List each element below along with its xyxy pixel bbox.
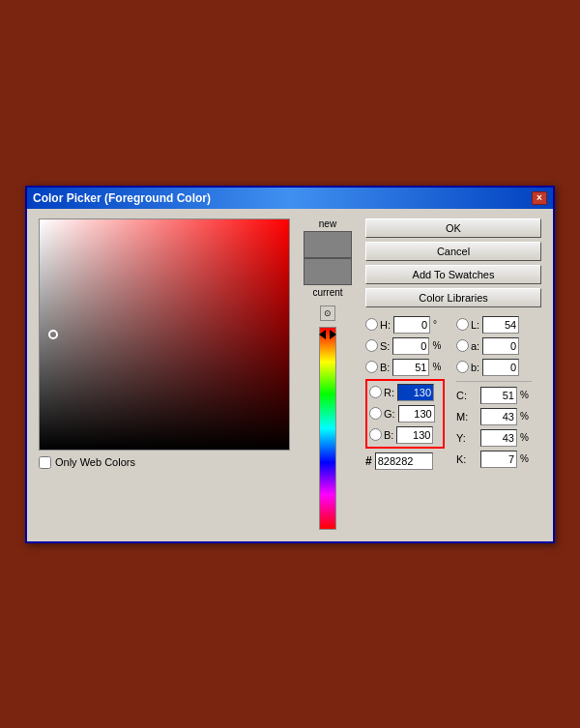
hsb-rgb-col: H: ° S: %	[365, 315, 445, 470]
b-label: B:	[380, 362, 390, 373]
h-radio[interactable]	[365, 318, 378, 331]
rgb-highlight-box: R: G:	[365, 379, 445, 449]
current-label: current	[312, 287, 342, 298]
s-radio-label: S:	[365, 339, 390, 352]
eyedropper-button[interactable]: ⊙	[320, 306, 335, 321]
h-unit: °	[433, 319, 445, 330]
l-field-row: L:	[456, 315, 532, 335]
y-label: Y:	[456, 432, 478, 444]
l-radio-label: L:	[456, 318, 479, 331]
hue-slider[interactable]	[319, 327, 336, 530]
a-field-row: a:	[456, 336, 532, 356]
k-input[interactable]	[480, 451, 517, 468]
color-field-section: Only Web Colors	[39, 218, 290, 530]
hex-row: #	[365, 452, 445, 470]
m-unit: %	[520, 411, 532, 422]
only-web-colors-label: Only Web Colors	[55, 456, 135, 468]
button-group: OK Cancel Add To Swatches Color Librarie…	[365, 218, 541, 307]
blab-field-row: b:	[456, 358, 532, 377]
k-unit: %	[520, 453, 532, 464]
g-field-row: G:	[369, 404, 441, 423]
b-input[interactable]	[392, 359, 429, 376]
fields-section: H: ° S: %	[365, 315, 541, 470]
close-button[interactable]: ×	[532, 191, 547, 205]
b-radio-label: B:	[365, 361, 390, 373]
c-field-row: C: %	[456, 386, 532, 405]
s-field-row: S: %	[365, 336, 445, 356]
b2-label: B:	[384, 429, 393, 441]
c-input[interactable]	[480, 387, 517, 404]
c-label: C:	[456, 390, 478, 401]
add-to-swatches-button[interactable]: Add To Swatches	[365, 265, 541, 284]
h-input[interactable]	[393, 316, 430, 334]
l-radio[interactable]	[456, 318, 469, 331]
color-preview-section: new current	[304, 218, 352, 298]
h-label: H:	[380, 319, 391, 331]
b2-field-row: B:	[369, 425, 441, 445]
color-libraries-button[interactable]: Color Libraries	[365, 288, 541, 307]
k-label: K:	[456, 453, 478, 465]
b-field-row: B: %	[365, 358, 445, 377]
l-label: L:	[471, 319, 479, 331]
b2-input[interactable]	[396, 426, 433, 444]
s-unit: %	[432, 340, 444, 351]
y-input[interactable]	[480, 429, 517, 447]
r-radio-label: R:	[369, 386, 394, 398]
b2-radio-label: B:	[369, 428, 393, 441]
color-field[interactable]	[39, 218, 290, 451]
s-label: S:	[380, 340, 390, 352]
k-field-row: K: %	[456, 450, 532, 469]
b-unit: %	[432, 362, 444, 372]
lab-cmyk-col: L: a:	[456, 315, 532, 470]
c-unit: %	[520, 390, 532, 400]
b2-radio[interactable]	[369, 428, 382, 441]
cancel-button[interactable]: Cancel	[365, 242, 541, 261]
blab-label: b:	[471, 362, 479, 373]
right-section: OK Cancel Add To Swatches Color Librarie…	[365, 218, 541, 530]
g-input[interactable]	[398, 405, 435, 422]
r-field-row: R:	[369, 383, 441, 402]
h-field-row: H: °	[365, 315, 445, 335]
a-radio-label: a:	[456, 339, 479, 352]
g-label: G:	[384, 408, 395, 420]
s-radio[interactable]	[365, 339, 378, 352]
m-label: M:	[456, 411, 478, 422]
s-input[interactable]	[392, 337, 429, 355]
g-radio-label: G:	[369, 407, 395, 420]
h-radio-label: H:	[365, 318, 391, 331]
a-radio[interactable]	[456, 339, 469, 352]
a-label: a:	[471, 340, 479, 352]
only-web-colors-row: Only Web Colors	[39, 456, 290, 469]
dialog-body: Only Web Colors new current ⊙	[27, 209, 553, 541]
blab-radio-label: b:	[456, 361, 479, 373]
m-input[interactable]	[480, 408, 517, 425]
l-input[interactable]	[482, 316, 519, 334]
hue-slider-wrap	[319, 327, 336, 530]
titlebar: Color Picker (Foreground Color) ×	[27, 188, 553, 209]
a-input[interactable]	[482, 337, 519, 355]
g-radio[interactable]	[369, 407, 382, 420]
hex-hash: #	[365, 454, 372, 468]
y-field-row: Y: %	[456, 428, 532, 448]
color-picker-cursor	[48, 330, 58, 339]
new-label: new	[319, 218, 336, 229]
current-color-preview	[304, 258, 352, 285]
ok-button[interactable]: OK	[365, 218, 541, 238]
m-field-row: M: %	[456, 407, 532, 426]
y-unit: %	[520, 432, 532, 443]
b-radio[interactable]	[365, 361, 378, 373]
blab-input[interactable]	[482, 359, 519, 376]
blab-radio[interactable]	[456, 361, 469, 373]
r-radio[interactable]	[369, 386, 382, 398]
new-color-preview	[304, 231, 352, 258]
r-label: R:	[384, 387, 394, 398]
only-web-colors-checkbox[interactable]	[39, 456, 51, 469]
dialog-title: Color Picker (Foreground Color)	[33, 191, 211, 205]
color-picker-dialog: Color Picker (Foreground Color) × Only W…	[25, 186, 555, 543]
r-input[interactable]	[397, 384, 434, 401]
color-gradient-bg	[40, 219, 289, 450]
fields-divider	[456, 381, 532, 382]
hex-input[interactable]	[375, 452, 433, 470]
